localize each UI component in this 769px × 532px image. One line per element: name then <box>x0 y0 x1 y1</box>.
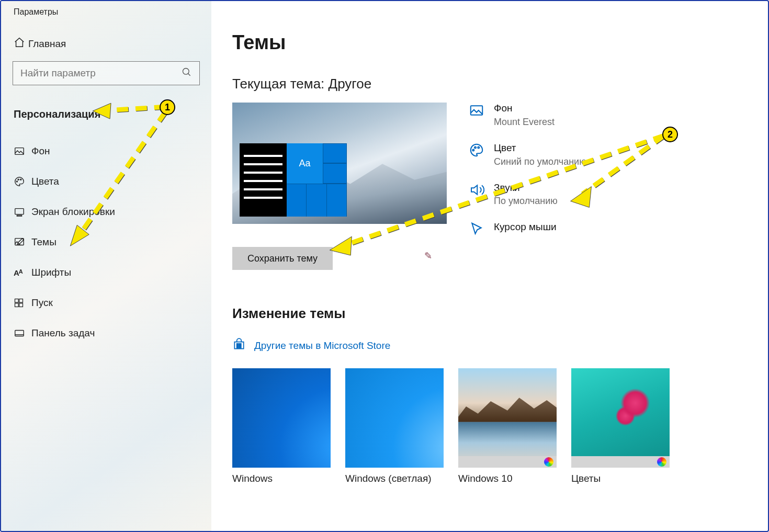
sidebar-item-start[interactable]: Пуск <box>1 288 211 318</box>
sidebar-item-lockscreen[interactable]: Экран блокировки <box>1 197 211 227</box>
sidebar-nav: Фон Цвета Экран блокировки Темы AA Шрифт… <box>1 136 211 348</box>
sidebar-item-label: Фон <box>31 145 50 157</box>
search-box[interactable] <box>13 61 200 85</box>
theme-card-windows10[interactable]: Windows 10 <box>458 368 557 484</box>
prop-value: Синий по умолчанию <box>494 156 586 167</box>
current-theme-label: Текущая тема: <box>232 76 324 92</box>
prop-label: Цвет <box>494 142 586 154</box>
slideshow-icon <box>544 457 553 467</box>
svg-rect-9 <box>15 299 19 303</box>
sidebar-item-themes[interactable]: Темы <box>1 227 211 257</box>
palette-icon <box>14 176 31 187</box>
svg-rect-2 <box>15 148 24 155</box>
page-title: Темы <box>232 31 763 54</box>
home-link[interactable]: Главная <box>1 29 211 58</box>
svg-rect-6 <box>15 209 24 214</box>
svg-rect-22 <box>240 346 241 348</box>
sidebar: Параметры Главная Персонализация Фон <box>1 1 211 531</box>
start-icon <box>14 298 31 308</box>
search-input[interactable] <box>20 67 182 79</box>
home-label: Главная <box>28 38 66 50</box>
home-icon <box>14 37 28 51</box>
theme-icon <box>14 236 31 248</box>
theme-properties: Фон Mount Everest Цвет Синий по умолчани… <box>469 103 763 252</box>
theme-preview: Aa <box>232 103 447 224</box>
prop-label: Курсор мыши <box>494 221 557 233</box>
sidebar-item-label: Экран блокировки <box>31 206 115 218</box>
sidebar-item-fonts[interactable]: AA Шрифты <box>1 257 211 288</box>
svg-rect-7 <box>17 215 21 216</box>
sidebar-item-label: Цвета <box>31 176 59 187</box>
theme-thumbnail <box>232 368 331 468</box>
store-icon <box>232 337 246 354</box>
prop-background[interactable]: Фон Mount Everest <box>469 103 763 128</box>
svg-rect-21 <box>237 346 239 348</box>
slideshow-icon <box>657 457 666 467</box>
save-theme-button[interactable]: Сохранить тему <box>232 247 333 270</box>
theme-thumbnail <box>458 368 557 468</box>
sidebar-item-label: Панель задач <box>31 327 95 339</box>
sound-icon <box>469 182 484 198</box>
theme-card-windows-light[interactable]: Windows (светлая) <box>345 368 444 484</box>
search-icon <box>182 67 192 80</box>
theme-card-windows[interactable]: Windows <box>232 368 331 484</box>
svg-rect-12 <box>19 303 23 307</box>
sidebar-item-background[interactable]: Фон <box>1 136 211 166</box>
preview-sample-text: Aa <box>287 143 323 184</box>
svg-rect-10 <box>19 299 23 303</box>
svg-point-4 <box>18 179 19 180</box>
prop-value: По умолчанию <box>494 196 558 207</box>
theme-card-flowers[interactable]: Цветы <box>571 368 670 484</box>
theme-grid: Windows Windows (светлая) Windows 10 Цве… <box>232 368 763 484</box>
change-theme-header: Изменение темы <box>232 305 763 322</box>
svg-point-16 <box>472 149 474 151</box>
preview-taskbar: Aa <box>240 143 347 217</box>
sidebar-item-label: Темы <box>31 236 56 248</box>
prop-label: Звуки <box>494 182 558 194</box>
svg-point-0 <box>183 69 189 75</box>
theme-thumbnail <box>571 368 670 468</box>
current-theme-value: Другое <box>329 76 372 92</box>
sidebar-item-label: Шрифты <box>31 267 71 278</box>
prop-label: Фон <box>494 103 555 115</box>
picture-icon <box>14 145 31 157</box>
palette-icon <box>469 142 484 158</box>
svg-point-3 <box>16 181 17 182</box>
prop-sounds[interactable]: Звуки По умолчанию <box>469 182 763 207</box>
sidebar-item-taskbar[interactable]: Панель задач <box>1 318 211 348</box>
svg-rect-15 <box>471 106 483 115</box>
taskbar-icon <box>14 327 31 339</box>
theme-name: Windows 10 <box>458 473 557 484</box>
cursor-icon <box>469 221 484 237</box>
svg-line-1 <box>188 74 190 76</box>
category-header: Персонализация <box>1 85 211 126</box>
picture-icon <box>469 103 484 118</box>
more-themes-link[interactable]: Другие темы в Microsoft Store <box>232 337 763 354</box>
prop-color[interactable]: Цвет Синий по умолчанию <box>469 142 763 167</box>
sidebar-item-colors[interactable]: Цвета <box>1 166 211 197</box>
theme-thumbnail <box>345 368 444 468</box>
svg-point-17 <box>474 146 476 148</box>
theme-name: Windows (светлая) <box>345 473 444 484</box>
current-theme: Текущая тема: Другое <box>232 76 763 92</box>
theme-name: Windows <box>232 473 331 484</box>
prop-value: Mount Everest <box>494 117 555 128</box>
prop-cursor[interactable]: Курсор мыши <box>469 221 763 237</box>
svg-rect-19 <box>237 344 239 345</box>
font-icon: AA <box>14 268 31 277</box>
main-content: Темы Текущая тема: Другое Aa <box>211 1 768 531</box>
svg-rect-11 <box>15 303 19 307</box>
svg-rect-20 <box>240 344 241 345</box>
window-title: Параметры <box>1 7 211 29</box>
theme-name: Цветы <box>571 473 670 484</box>
svg-point-18 <box>478 146 479 148</box>
svg-point-5 <box>20 179 21 180</box>
lockscreen-icon <box>14 206 31 218</box>
store-link-label: Другие темы в Microsoft Store <box>254 340 390 352</box>
sidebar-item-label: Пуск <box>31 297 53 309</box>
svg-rect-13 <box>15 331 24 336</box>
